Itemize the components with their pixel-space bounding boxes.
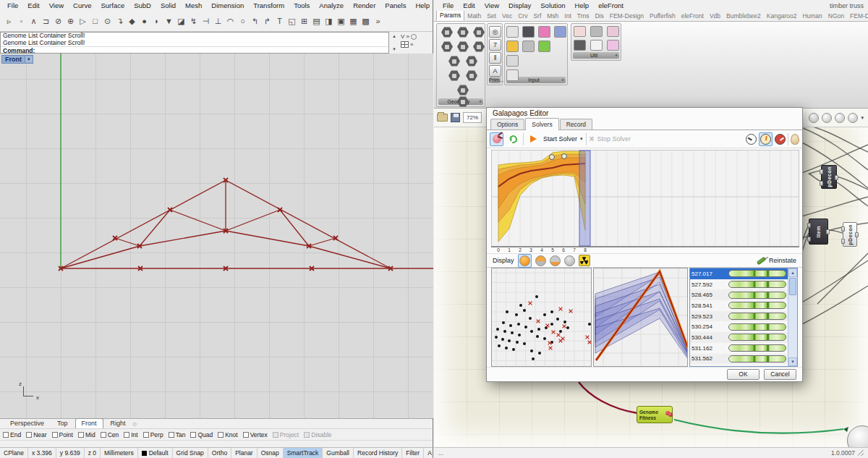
egg-icon[interactable] bbox=[791, 134, 799, 145]
param-output[interactable] bbox=[826, 229, 830, 234]
gh-menu-elefront[interactable]: eleFront bbox=[594, 1, 628, 10]
param-output[interactable] bbox=[835, 175, 838, 180]
gradient-icon[interactable] bbox=[538, 26, 550, 38]
fillet-icon[interactable]: ◠ bbox=[224, 14, 237, 27]
scroll-down-icon[interactable]: ▼ bbox=[788, 357, 797, 366]
osnap-near[interactable]: Near bbox=[26, 431, 46, 438]
checkbox-icon[interactable] bbox=[143, 432, 149, 438]
checkbox-icon[interactable] bbox=[243, 432, 249, 438]
array-icon[interactable]: ⊞ bbox=[298, 14, 310, 27]
parallel-coords-panel[interactable] bbox=[593, 268, 688, 367]
palette-group-label[interactable]: Util+ bbox=[573, 52, 619, 59]
gh-component-pdecon[interactable]: pDecon bbox=[821, 165, 837, 189]
viewport-menu-caret-icon[interactable]: ▾ bbox=[25, 56, 33, 62]
display-mode-2-button[interactable] bbox=[535, 255, 546, 266]
front-viewport[interactable]: Front ▾ z x bbox=[0, 54, 433, 418]
menu-curve[interactable]: Curve bbox=[69, 1, 95, 10]
fitness-row[interactable]: 527.017 bbox=[690, 268, 788, 279]
gh-menu-file[interactable]: File bbox=[438, 1, 458, 10]
galapagos-icon[interactable] bbox=[607, 26, 619, 37]
value-list-icon[interactable] bbox=[506, 69, 519, 81]
gh-tab-vec[interactable]: Vec bbox=[499, 11, 515, 21]
gh-tab-srf[interactable]: Srf bbox=[530, 11, 544, 21]
genome-scatter-panel[interactable] bbox=[491, 268, 592, 367]
gh-tab-bumblebee2[interactable]: Bumblebee2 bbox=[723, 11, 764, 21]
menu-panels[interactable]: Panels bbox=[380, 1, 410, 10]
circle-icon[interactable]: ⊘ bbox=[52, 14, 64, 27]
gh-tab-fem-design[interactable]: FEM-Design bbox=[607, 11, 647, 21]
fitness-row[interactable]: 532.215 bbox=[690, 364, 788, 366]
menu-subd[interactable]: SubD bbox=[129, 1, 156, 10]
geometry-param-icon[interactable] bbox=[473, 41, 485, 52]
start-solver-label[interactable]: Start Solver bbox=[543, 135, 577, 143]
gh-tab-set[interactable]: Set bbox=[484, 11, 499, 21]
gh-tab-pufferfish[interactable]: Pufferfish bbox=[647, 11, 678, 21]
galapagos-tab-options[interactable]: Options bbox=[490, 119, 524, 130]
rectangle-icon[interactable]: □ bbox=[89, 14, 101, 27]
fitness-history-chart[interactable]: 012345678 bbox=[487, 148, 802, 253]
knob-icon[interactable] bbox=[522, 41, 535, 52]
flask-icon[interactable] bbox=[607, 40, 619, 51]
menu-solid[interactable]: Solid bbox=[156, 1, 180, 10]
boolean-icon[interactable]: ↯ bbox=[187, 14, 200, 27]
gh-tab-vdb[interactable]: Vdb bbox=[707, 11, 723, 21]
data-icon[interactable] bbox=[554, 26, 566, 38]
scroll-down-icon[interactable]: ▾ bbox=[393, 46, 396, 52]
geometry-param-icon[interactable] bbox=[448, 56, 460, 67]
gh-tab-msh[interactable]: Msh bbox=[544, 11, 561, 21]
canvas-zoom-level[interactable]: 72% bbox=[463, 112, 482, 123]
gh-tab-elefront[interactable]: eleFront bbox=[678, 11, 707, 21]
fitness-scrollbar[interactable]: ▲ ▼ bbox=[788, 268, 797, 366]
status-ortho[interactable]: Ortho bbox=[208, 448, 231, 458]
view-panel-label[interactable]: V » bbox=[401, 33, 409, 40]
view-tab-right[interactable]: Right bbox=[105, 419, 132, 428]
primitive-param-icon[interactable]: A bbox=[489, 65, 501, 77]
osnap-end[interactable]: End bbox=[3, 431, 21, 438]
display-mode-1-button[interactable] bbox=[518, 254, 532, 268]
status-x-3-396[interactable]: x 3.396 bbox=[28, 448, 56, 458]
geometry-param-icon[interactable] bbox=[473, 27, 485, 38]
colour-swatch-icon[interactable] bbox=[538, 41, 550, 52]
open-file-icon[interactable] bbox=[437, 114, 448, 122]
number-slider-icon[interactable] bbox=[506, 26, 519, 38]
menu-render[interactable]: Render bbox=[349, 1, 380, 10]
fitness-row[interactable]: 529.523 bbox=[690, 311, 788, 322]
geometry-param-icon[interactable] bbox=[441, 27, 453, 38]
biohazard-button[interactable] bbox=[579, 255, 590, 266]
geometry-param-icon[interactable] bbox=[457, 41, 469, 52]
tree-icon[interactable] bbox=[574, 40, 586, 51]
annotate-button[interactable] bbox=[490, 132, 503, 146]
param-input[interactable] bbox=[841, 226, 845, 232]
osnap-knot[interactable]: Knot bbox=[218, 431, 238, 438]
geometry-param-icon[interactable] bbox=[457, 27, 469, 38]
osnap-tan[interactable]: Tan bbox=[169, 431, 186, 438]
geometry-param-icon[interactable] bbox=[466, 56, 477, 67]
cherry-icon[interactable] bbox=[574, 26, 586, 37]
freeform-icon[interactable]: ↴ bbox=[114, 14, 126, 27]
gauge-fast-icon[interactable] bbox=[775, 134, 786, 145]
display-custom-icon[interactable] bbox=[848, 113, 858, 123]
point-icon[interactable]: ◦ bbox=[15, 14, 27, 27]
checkbox-icon[interactable] bbox=[52, 432, 58, 438]
status-a[interactable]: A bbox=[424, 448, 433, 458]
menu-file[interactable]: File bbox=[3, 1, 22, 10]
param-output[interactable] bbox=[855, 232, 859, 237]
text-icon[interactable]: T bbox=[273, 14, 286, 27]
menu-edit[interactable]: Edit bbox=[23, 1, 43, 10]
gh-tab-trns[interactable]: Trns bbox=[574, 11, 592, 21]
gh-tab-fem-design-utils[interactable]: FEM-Design Utils bbox=[847, 11, 868, 21]
command-scrollbar[interactable]: ▴ ▾ bbox=[389, 32, 399, 54]
copy-icon[interactable]: ↱ bbox=[261, 14, 273, 27]
stop-solver-label[interactable]: Stop Solver bbox=[597, 135, 631, 143]
arc-icon[interactable]: ⊕ bbox=[64, 14, 77, 27]
status-y-9-639[interactable]: y 9.639 bbox=[56, 448, 85, 458]
checkbox-icon[interactable] bbox=[169, 432, 174, 438]
ok-button[interactable]: OK bbox=[727, 369, 760, 380]
layers-icon[interactable]: ▤ bbox=[310, 14, 323, 27]
checkbox-icon[interactable] bbox=[3, 432, 9, 438]
checkbox-icon[interactable] bbox=[124, 432, 129, 438]
fitness-output[interactable]: Fitness bbox=[639, 415, 670, 420]
command-history[interactable]: Genome List Container Scroll! Genome Lis… bbox=[0, 32, 389, 54]
display-wireframe-icon[interactable] bbox=[809, 113, 819, 123]
gh-tab-dis[interactable]: Dis bbox=[592, 11, 606, 21]
